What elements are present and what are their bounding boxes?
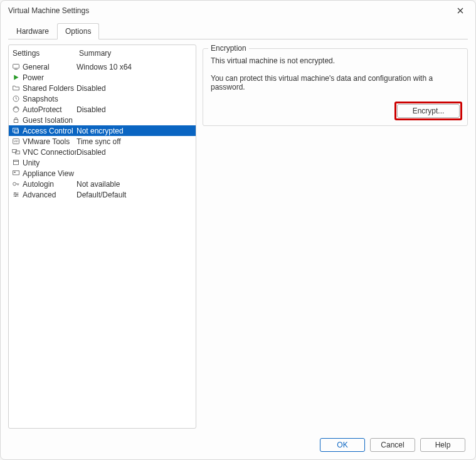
clock-icon [9, 95, 23, 103]
vm-icon: vm [9, 137, 23, 145]
content-area: Settings Summary General Windows 10 x64 … [8, 39, 468, 429]
header-summary: Summary [79, 49, 193, 58]
row-general[interactable]: General Windows 10 x64 [9, 61, 196, 72]
row-label: VNC Connections [23, 148, 77, 157]
tabstrip: Hardware Options [1, 21, 475, 39]
row-summary: Disabled [77, 84, 196, 93]
row-power[interactable]: Power [9, 72, 196, 83]
svg-rect-16 [13, 160, 18, 164]
encrypt-button[interactable]: Encrypt... [397, 104, 460, 118]
row-shared-folders[interactable]: Shared Folders Disabled [9, 83, 196, 93]
row-autologin[interactable]: Autologin Not available [9, 179, 196, 189]
svg-text:vm: vm [14, 140, 18, 143]
row-summary: Disabled [77, 148, 196, 157]
row-label: Snapshots [23, 95, 77, 103]
row-label: Advanced [23, 191, 77, 199]
shield-clock-icon [9, 105, 23, 113]
tab-options[interactable]: Options [57, 23, 99, 39]
cancel-button[interactable]: Cancel [370, 438, 415, 452]
monitor-icon [9, 63, 23, 71]
row-vnc-connections[interactable]: VNC Connections Disabled [9, 147, 196, 157]
row-snapshots[interactable]: Snapshots [9, 93, 196, 104]
close-icon [457, 8, 463, 14]
row-label: Unity [23, 159, 77, 167]
row-label: Guest Isolation [23, 116, 77, 125]
key-icon [9, 180, 23, 188]
detail-panel: Encryption This virtual machine is not e… [203, 44, 468, 429]
row-label: General [23, 63, 77, 71]
lock-icon [9, 116, 23, 124]
groupbox-label: Encryption [208, 44, 249, 53]
svg-line-7 [16, 99, 17, 100]
row-summary: Default/Default [77, 191, 196, 199]
titlebar: Virtual Machine Settings [1, 1, 475, 21]
window-icon [9, 159, 23, 167]
settings-list-panel: Settings Summary General Windows 10 x64 … [8, 44, 196, 429]
svg-point-20 [13, 182, 16, 186]
svg-rect-10 [13, 128, 18, 132]
row-label: AutoProtect [23, 105, 77, 114]
row-autoprotect[interactable]: AutoProtect Disabled [9, 104, 196, 115]
svg-rect-9 [14, 120, 18, 123]
row-label: Power [23, 73, 77, 82]
appliance-icon [9, 169, 23, 177]
play-icon [9, 73, 23, 81]
settings-list: General Windows 10 x64 Power Shared Fold… [9, 61, 196, 428]
svg-point-26 [14, 192, 15, 194]
row-appliance-view[interactable]: Appliance View [9, 168, 196, 179]
sliders-icon [9, 191, 23, 199]
help-button[interactable]: Help [420, 438, 465, 452]
row-summary: Not available [77, 180, 196, 189]
row-summary: Disabled [77, 105, 196, 114]
svg-point-28 [14, 196, 16, 197]
detail-line1: This virtual machine is not encrypted. [211, 56, 460, 65]
screens-icon [9, 148, 23, 156]
encryption-groupbox: Encryption This virtual machine is not e… [203, 48, 468, 126]
svg-rect-2 [13, 64, 19, 68]
row-label: Appliance View [23, 169, 77, 178]
row-summary: Time sync off [77, 137, 196, 146]
row-advanced[interactable]: Advanced Default/Default [9, 189, 196, 200]
svg-marker-4 [14, 75, 18, 80]
detail-line2: You can protect this virtual machine's d… [211, 74, 460, 91]
row-access-control[interactable]: Access Control Not encrypted [9, 125, 196, 136]
list-header: Settings Summary [9, 45, 196, 61]
encrypt-button-highlight: Encrypt... [394, 102, 462, 120]
row-guest-isolation[interactable]: Guest Isolation [9, 115, 196, 125]
close-button[interactable] [453, 3, 468, 18]
row-label: Autologin [23, 180, 77, 189]
window-title: Virtual Machine Settings [8, 6, 89, 15]
row-label: Shared Folders [23, 84, 77, 93]
row-label: VMware Tools [23, 137, 77, 146]
svg-point-27 [16, 194, 18, 195]
row-summary: Windows 10 x64 [77, 63, 196, 71]
row-label: Access Control [23, 127, 77, 135]
folder-icon [9, 84, 23, 92]
row-vmware-tools[interactable]: vm VMware Tools Time sync off [9, 136, 196, 147]
access-icon [9, 127, 23, 135]
vm-settings-window: Virtual Machine Settings Hardware Option… [0, 0, 476, 460]
ok-button[interactable]: OK [320, 438, 365, 452]
dialog-footer: OK Cancel Help [1, 434, 475, 459]
svg-rect-19 [14, 172, 15, 173]
svg-rect-18 [13, 170, 19, 175]
header-settings: Settings [11, 49, 79, 58]
row-unity[interactable]: Unity [9, 157, 196, 168]
row-summary: Not encrypted [77, 127, 196, 135]
tab-hardware[interactable]: Hardware [8, 23, 57, 39]
